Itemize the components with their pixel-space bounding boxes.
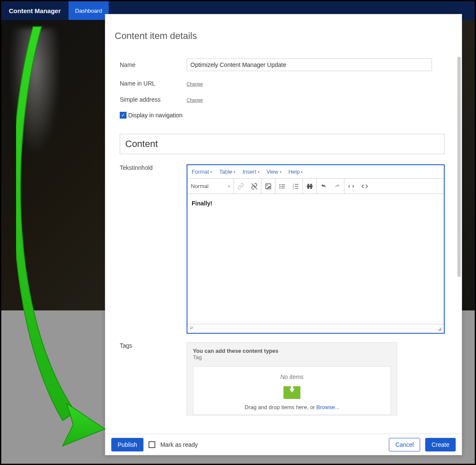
tags-drag-text: Drag and drop items here, or Browse... (198, 404, 386, 410)
svg-rect-7 (281, 186, 285, 186)
create-button[interactable]: Create (425, 438, 456, 451)
tags-heading: You can add these content types (193, 348, 391, 354)
svg-rect-13 (295, 186, 298, 186)
download-arrow-icon (283, 386, 300, 399)
name-in-url-change-link[interactable]: Change (187, 81, 203, 86)
svg-rect-14 (295, 188, 298, 188)
rte-style-dropdown[interactable]: Normal▾ (187, 179, 234, 194)
rte-menu-table[interactable]: Table▾ (219, 169, 236, 175)
content-item-modal: Content item details Name Name in URL Ch… (105, 14, 462, 455)
modal-body: Content item details Name Name in URL Ch… (105, 14, 462, 434)
numbered-list-icon[interactable]: 123 (289, 179, 303, 194)
rte-element-path[interactable]: P (190, 326, 193, 332)
bullet-list-icon[interactable] (275, 179, 289, 194)
svg-point-5 (279, 187, 281, 188)
link-icon[interactable] (234, 179, 248, 194)
publish-button[interactable]: Publish (111, 438, 143, 451)
image-icon[interactable] (261, 179, 275, 194)
svg-rect-8 (281, 188, 285, 188)
mark-ready-checkbox[interactable] (149, 441, 155, 448)
rte-status-bar: P ◢ (187, 324, 444, 333)
rte-menu-format[interactable]: Format▾ (192, 169, 212, 175)
svg-point-4 (279, 185, 281, 187)
cancel-button[interactable]: Cancel (389, 438, 420, 451)
svg-rect-17 (307, 185, 312, 187)
tags-subheading: Tag (193, 354, 391, 360)
field-tags-row: Tags You can add these content types Tag… (115, 342, 445, 415)
modal-title: Content item details (115, 30, 445, 42)
rte-menu-insert[interactable]: Insert▾ (242, 169, 260, 175)
modal-footer: Publish Mark as ready Cancel Create (105, 434, 462, 455)
personalize-icon[interactable] (303, 179, 316, 194)
tags-box: You can add these content types Tag No i… (187, 342, 397, 415)
field-simple-address-row: Simple address Change (115, 96, 445, 103)
rte-menu-view[interactable]: View▾ (267, 169, 282, 175)
scrollbar[interactable] (457, 57, 461, 277)
simple-address-change-link[interactable]: Change (187, 97, 203, 102)
resize-handle-icon[interactable]: ◢ (437, 326, 441, 332)
rte-menu-help[interactable]: Help▾ (289, 169, 303, 175)
rich-text-editor: Format▾ Table▾ Insert▾ View▾ Help▾ Norma… (187, 164, 445, 334)
code-block-icon[interactable] (344, 179, 358, 194)
svg-rect-6 (281, 184, 285, 185)
redo-icon[interactable] (330, 179, 344, 194)
tags-dropzone[interactable]: No items Drag and drop items here, or Br… (193, 366, 391, 415)
svg-rect-12 (295, 184, 298, 184)
tags-no-items: No items (198, 374, 386, 380)
tags-label: Tags (120, 342, 187, 349)
svg-text:3: 3 (293, 187, 294, 189)
field-tekstinnhold-row: Tekstinnhold Format▾ Table▾ Insert▾ View… (115, 164, 445, 334)
tekstinnhold-label: Tekstinnhold (120, 164, 187, 171)
simple-address-label: Simple address (120, 96, 187, 103)
field-name-in-url-row: Name in URL Change (115, 80, 445, 87)
svg-point-2 (267, 185, 268, 186)
name-label: Name (120, 61, 187, 68)
rte-menubar: Format▾ Table▾ Insert▾ View▾ Help▾ (187, 165, 444, 179)
undo-icon[interactable] (317, 179, 330, 194)
tab-dashboard[interactable]: Dashboard (69, 1, 109, 20)
rte-content-area[interactable]: Finally! (187, 194, 444, 324)
display-in-nav-label: Display in navigation (128, 112, 182, 119)
rte-toolbar: Normal▾ (187, 179, 444, 194)
source-code-icon[interactable] (358, 179, 371, 194)
field-name-row: Name (115, 58, 445, 71)
brand-title: Content Manager (1, 7, 69, 14)
tags-browse-link[interactable]: Browse... (316, 404, 339, 410)
checkbox-checked-icon[interactable]: ✓ (120, 112, 127, 119)
name-input[interactable] (187, 58, 432, 71)
name-in-url-label: Name in URL (120, 80, 187, 87)
unlink-icon[interactable] (248, 179, 261, 194)
display-in-nav-row[interactable]: ✓ Display in navigation (115, 112, 445, 119)
mark-ready-label: Mark as ready (160, 441, 198, 448)
section-content-header: Content (120, 134, 445, 154)
svg-point-3 (279, 184, 281, 185)
